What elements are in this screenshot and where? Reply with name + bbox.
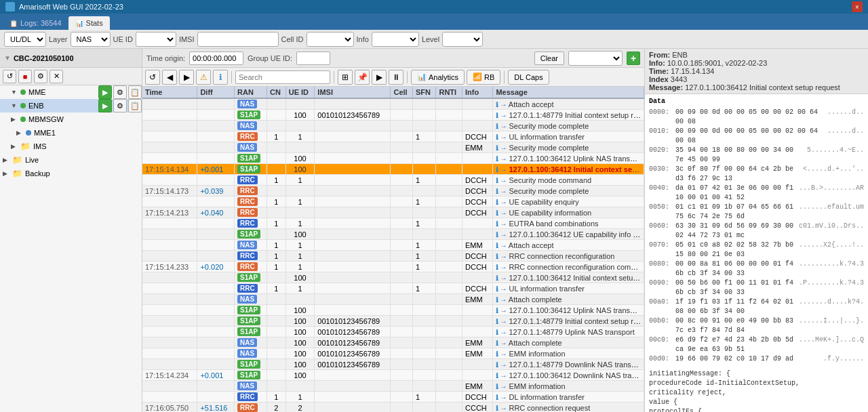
cell-message: ℹ→ UL information transfer <box>493 131 644 142</box>
asn1-proc-code: procedureCode id-InitialContextSetup, <box>649 379 864 388</box>
table-row[interactable]: S1AP 100 001010123456789 ℹ→ 127.0.1.1:48… <box>142 359 644 370</box>
data-label: Data <box>649 97 864 106</box>
enb-settings-btn[interactable]: ⚙ <box>113 99 127 112</box>
enb-log-btn[interactable]: 📋 <box>128 99 142 112</box>
imsi-input[interactable] <box>197 32 279 47</box>
window-close-button[interactable]: × <box>852 1 863 12</box>
hex-row: 00b0:00 8c 00 91 00 e0 49 00 bb 83 7c e3… <box>649 316 864 335</box>
pause-btn[interactable]: ⏸ <box>389 70 403 85</box>
sidebar-item-enb[interactable]: ▼ ENB ▶ ⚙ 📋 <box>0 99 142 112</box>
mme-start-btn[interactable]: ▶ <box>98 85 112 99</box>
play-btn[interactable]: ▶ <box>372 70 387 85</box>
back-btn[interactable]: ◀ <box>162 70 177 85</box>
search-input[interactable] <box>235 70 330 84</box>
warn-btn[interactable]: ⚠ <box>196 70 211 85</box>
cell-diff <box>197 218 235 229</box>
table-row[interactable]: S1AP 100 001010123456789 ℹ→ 127.0.1.1:48… <box>142 327 644 337</box>
sidebar-btn-stop[interactable]: ■ <box>18 70 32 83</box>
table-row[interactable]: 17:16:05.750 +51.516 RRC 2 2 CCCH ℹ→ RRC… <box>142 403 644 413</box>
table-row[interactable]: RRC 1 1 1 DCCH ℹ→ UL information transfe… <box>142 131 644 142</box>
pin-btn[interactable]: 📌 <box>355 70 370 85</box>
sidebar-btn-settings[interactable]: ⚙ <box>34 70 47 83</box>
col-cell[interactable]: Cell <box>391 87 412 98</box>
cell-rnti <box>436 359 462 370</box>
table-row[interactable]: 17:15:14.234 +0.001 S1AP 100 ℹ→ 127.0.1.… <box>142 370 644 381</box>
cell-cell <box>391 403 412 413</box>
table-row[interactable]: 17:15:14.213 +0.040 RRC DCCH ℹ→ UE capab… <box>142 207 644 218</box>
table-row[interactable]: NAS ℹ→ Attach accept <box>142 98 644 110</box>
table-row[interactable]: RRC 1 1 1 DCCH ℹ→ UL information transfe… <box>142 283 644 294</box>
table-row[interactable]: RRC 1 1 1 DCCH ℹ→ Security mode command <box>142 175 644 186</box>
col-info[interactable]: Info <box>462 87 493 98</box>
col-message[interactable]: Message <box>493 87 644 98</box>
tab-logs[interactable]: 📋 Logs: 36544 <box>3 16 68 30</box>
table-row[interactable]: NAS EMM ℹ→ EMM information <box>142 381 644 392</box>
sidebar-btn-refresh[interactable]: ↺ <box>3 70 16 83</box>
info-select[interactable] <box>372 32 419 47</box>
refresh-btn[interactable]: ↺ <box>145 70 160 85</box>
table-row[interactable]: S1AP 100 001010123456789 ℹ→ 127.0.1.1:48… <box>142 316 644 327</box>
col-sfn[interactable]: SFN <box>412 87 435 98</box>
mme-log-btn[interactable]: 📋 <box>128 85 142 99</box>
col-ran[interactable]: RAN <box>235 87 267 98</box>
table-row[interactable]: NAS 100 001010123456789 EMM ℹ→ EMM infor… <box>142 348 644 359</box>
cell-cell <box>391 283 412 294</box>
table-row[interactable]: S1AP 100 ℹ→ 127.0.1.100:36412 Uplink NAS… <box>142 305 644 316</box>
sidebar-btn-close[interactable]: ✕ <box>50 70 63 83</box>
ue-id-select[interactable] <box>136 32 176 47</box>
table-row[interactable]: S1AP 100 001010123456789 ℹ→ 127.0.1.1:48… <box>142 110 644 121</box>
time-origin-input[interactable] <box>189 52 243 65</box>
table-row[interactable]: RRC 1 1 1 DCCH ℹ→ RRC connection reconfi… <box>142 251 644 262</box>
cell-info <box>462 110 493 121</box>
cell-diff <box>197 197 235 207</box>
group-ue-id-input[interactable] <box>296 52 330 65</box>
level-select[interactable] <box>442 32 483 47</box>
sidebar-item-mbmsgw[interactable]: ▶ MBMSGW <box>0 112 142 126</box>
table-row[interactable]: S1AP 100 ℹ→ 127.0.1.100:36412 UE capabil… <box>142 229 644 240</box>
hex-ascii: ...B.>........AR <box>799 184 864 203</box>
sidebar-item-ims[interactable]: ▶ 📁 IMS <box>0 140 142 153</box>
sidebar-item-live[interactable]: ▶ 📁 Live <box>0 153 142 167</box>
cell-rnti <box>436 98 462 110</box>
enb-start-btn[interactable]: ▶ <box>98 99 112 112</box>
col-imsi[interactable]: IMSI <box>315 87 391 98</box>
col-ueid[interactable]: UE ID <box>285 87 315 98</box>
table-row[interactable]: 17:15:14.134 +0.001 S1AP 100 ℹ→ 127.0.1.… <box>142 164 644 175</box>
col-cn[interactable]: CN <box>267 87 286 98</box>
mme-settings-btn[interactable]: ⚙ <box>113 85 127 99</box>
table-row[interactable]: 17:15:14.233 +0.020 RRC 1 1 1 DCCH ℹ→ RR… <box>142 262 644 272</box>
filter-preset-select[interactable] <box>568 51 623 66</box>
table-row[interactable]: NAS EMM ℹ→ Security mode complete <box>142 142 644 153</box>
analytics-btn[interactable]: 📊 Analytics <box>411 70 465 85</box>
grid-btn[interactable]: ⊞ <box>338 70 353 85</box>
dl-caps-btn[interactable]: DL Caps <box>508 70 549 85</box>
sidebar-collapse-icon[interactable]: ▼ <box>4 54 11 62</box>
table-row[interactable]: NAS EMM ℹ→ Attach complete <box>142 294 644 305</box>
table-row[interactable]: NAS 1 1 1 EMM ℹ→ Attach accept <box>142 240 644 251</box>
ul-dl-select[interactable]: UL/DLULDL <box>4 32 46 47</box>
cell-id-select[interactable] <box>307 32 354 47</box>
sidebar-item-mme[interactable]: ▼ MME ▶ ⚙ 📋 <box>0 85 142 99</box>
add-filter-button[interactable]: + <box>627 52 640 65</box>
rb-btn[interactable]: 📶 RB <box>467 70 500 85</box>
info-btn[interactable]: ℹ <box>213 70 228 85</box>
forward-btn[interactable]: ▶ <box>179 70 194 85</box>
table-row[interactable]: RRC 1 1 1 DCCH ℹ→ DL information transfe… <box>142 392 644 403</box>
table-row[interactable]: NAS ℹ→ Security mode complete <box>142 121 644 131</box>
col-time[interactable]: Time <box>142 87 197 98</box>
cell-cn <box>267 359 286 370</box>
tab-stats[interactable]: 📊 Stats <box>68 16 110 30</box>
table-row[interactable]: NAS 100 001010123456789 EMM ℹ→ Attach co… <box>142 337 644 348</box>
table-row[interactable]: S1AP 100 ℹ→ 127.0.1.100:36412 Initial co… <box>142 272 644 283</box>
table-row[interactable]: RRC 1 1 1 DCCH ℹ→ UE capability enquiry <box>142 197 644 207</box>
layer-select[interactable]: NASRRCS1AP <box>71 32 111 47</box>
sidebar-item-backup[interactable]: ▶ 📁 Backup <box>0 167 142 180</box>
sidebar-item-mme1[interactable]: ▶ MME1 <box>0 126 142 140</box>
col-diff[interactable]: Diff <box>197 87 235 98</box>
table-row[interactable]: RRC 1 1 1 ℹ→ EUTRA band combinations <box>142 218 644 229</box>
table-row[interactable]: S1AP 100 ℹ→ 127.0.1.100:36412 Uplink NAS… <box>142 153 644 164</box>
clear-button[interactable]: Clear <box>534 52 564 65</box>
col-rnti[interactable]: RNTI <box>436 87 462 98</box>
table-row[interactable]: 17:15:14.173 +0.039 RRC DCCH ℹ→ Security… <box>142 186 644 197</box>
asn1-criticality: criticality reject, <box>649 388 864 398</box>
